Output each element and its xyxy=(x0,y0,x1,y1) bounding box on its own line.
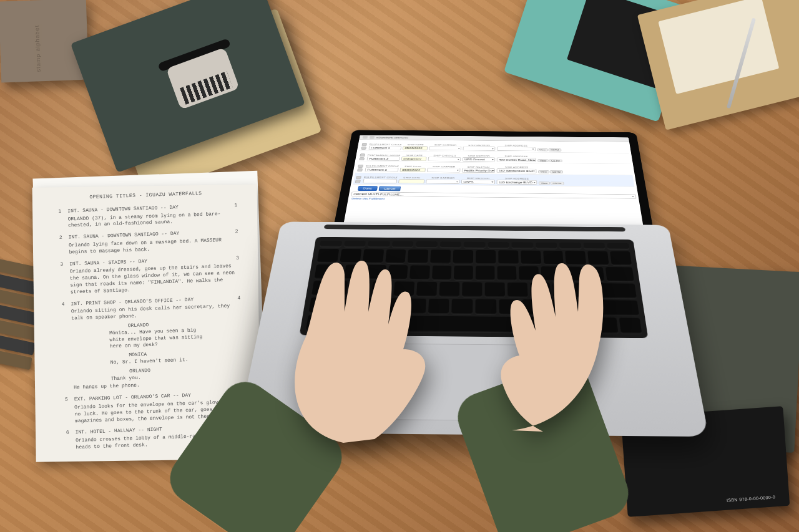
ship-date-field[interactable]: 03/05/2022 xyxy=(403,146,428,150)
ship-method-select[interactable] xyxy=(463,147,496,151)
ship-address-select[interactable]: 400 Donkin Road, Newbury Pa… xyxy=(497,158,536,162)
ship-date-field[interactable]: 03/05/2022 xyxy=(400,168,425,172)
cstm-badge[interactable]: CSTM xyxy=(551,181,564,185)
view-badge[interactable]: View xyxy=(537,148,547,151)
ship-address-select[interactable] xyxy=(497,147,536,151)
isbn-label: ISBN 978-0-00-0000-0 xyxy=(727,495,776,502)
ship-method-select[interactable]: UPS Ground xyxy=(463,157,496,162)
view-badge[interactable]: View xyxy=(538,170,549,173)
ship-carrier-select[interactable] xyxy=(426,179,459,183)
done-button[interactable]: Done xyxy=(358,186,378,191)
ship-carrier-select[interactable] xyxy=(429,146,461,150)
app-title-text: eStorefrontFulfillments xyxy=(376,137,408,139)
ship-method-select[interactable]: FedEx Priority Overni… xyxy=(462,168,495,173)
ship-carrier-select[interactable] xyxy=(428,157,461,162)
group-field[interactable]: Fulfillment 1 xyxy=(368,146,401,150)
key[interactable] xyxy=(453,250,473,264)
cstm-badge[interactable]: CSTM xyxy=(548,148,561,151)
ship-method-select[interactable]: USPS xyxy=(461,180,495,184)
cstm-badge[interactable]: CSTM xyxy=(549,159,562,162)
ship-address-select[interactable]: 162 Washerdam Blvd xyxy=(497,168,537,173)
row-handle[interactable] xyxy=(353,173,363,183)
fulfillment-row[interactable]: FULFILLMENT GROUP SHIP DATE SHIP CARRIER… xyxy=(353,173,635,186)
row-handle[interactable] xyxy=(358,152,367,160)
view-badge[interactable]: View xyxy=(539,181,550,185)
ship-date-field[interactable]: 03/04/2022 xyxy=(401,157,427,161)
key[interactable] xyxy=(439,241,461,248)
group-field[interactable]: Fulfillment 3 xyxy=(365,167,399,172)
key[interactable] xyxy=(452,299,473,314)
ship-address-select[interactable]: 135 Exchange BLVD xyxy=(497,180,537,185)
menu-icon[interactable] xyxy=(363,136,368,139)
right-hand xyxy=(474,225,637,437)
ship-carrier-select[interactable] xyxy=(427,168,461,172)
cancel-button[interactable]: Cancel xyxy=(378,186,401,191)
left-hand xyxy=(250,225,437,449)
cstm-badge[interactable]: CSTM xyxy=(550,170,563,173)
key[interactable] xyxy=(454,266,473,280)
group-field[interactable] xyxy=(363,179,397,183)
view-badge[interactable]: View xyxy=(537,159,549,162)
key[interactable] xyxy=(439,282,460,297)
row-handle[interactable] xyxy=(355,162,365,172)
row-handle[interactable] xyxy=(360,141,368,150)
group-field[interactable]: Fulfillment 2 xyxy=(367,157,400,161)
toolbar-icon[interactable] xyxy=(370,136,375,139)
ship-date-field[interactable] xyxy=(398,179,424,183)
